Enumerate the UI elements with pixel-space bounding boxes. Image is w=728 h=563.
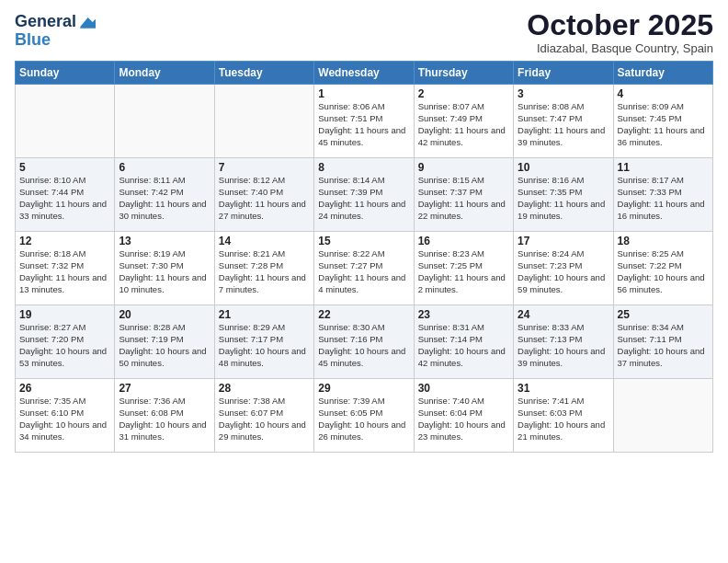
day-info: Sunrise: 8:33 AMSunset: 7:13 PMDaylight:… <box>518 322 609 369</box>
day-number: 19 <box>19 308 110 321</box>
day-number: 15 <box>318 235 409 247</box>
day-info: Sunrise: 8:19 AMSunset: 7:30 PMDaylight:… <box>119 248 210 295</box>
calendar-cell <box>613 379 712 453</box>
svg-marker-0 <box>80 17 96 29</box>
day-info: Sunrise: 8:09 AMSunset: 7:45 PMDaylight:… <box>618 101 709 148</box>
day-info: Sunrise: 8:12 AMSunset: 7:40 PMDaylight:… <box>219 175 310 222</box>
calendar-cell: 1Sunrise: 8:06 AMSunset: 7:51 PMDaylight… <box>314 85 414 158</box>
calendar-cell: 13Sunrise: 8:19 AMSunset: 7:30 PMDayligh… <box>115 232 214 305</box>
day-info: Sunrise: 8:30 AMSunset: 7:16 PMDaylight:… <box>318 322 409 369</box>
calendar-cell: 18Sunrise: 8:25 AMSunset: 7:22 PMDayligh… <box>613 232 712 305</box>
day-info: Sunrise: 8:25 AMSunset: 7:22 PMDaylight:… <box>618 248 709 295</box>
day-info: Sunrise: 7:36 AMSunset: 6:08 PMDaylight:… <box>119 396 210 442</box>
calendar-cell: 5Sunrise: 8:10 AMSunset: 7:44 PMDaylight… <box>16 158 115 232</box>
weekday-header-thursday: Thursday <box>414 62 513 85</box>
weekday-header-wednesday: Wednesday <box>314 62 414 85</box>
weekday-header-row: SundayMondayTuesdayWednesdayThursdayFrid… <box>16 62 713 85</box>
calendar-cell: 2Sunrise: 8:07 AMSunset: 7:49 PMDaylight… <box>414 85 513 158</box>
day-number: 12 <box>19 235 110 247</box>
calendar-cell: 27Sunrise: 7:36 AMSunset: 6:08 PMDayligh… <box>115 379 214 453</box>
day-number: 6 <box>119 161 210 174</box>
calendar-cell <box>16 85 115 158</box>
day-number: 24 <box>518 308 609 321</box>
calendar-cell <box>214 85 313 158</box>
calendar-cell: 12Sunrise: 8:18 AMSunset: 7:32 PMDayligh… <box>16 232 115 305</box>
calendar-cell: 28Sunrise: 7:38 AMSunset: 6:07 PMDayligh… <box>214 379 313 453</box>
calendar-cell: 25Sunrise: 8:34 AMSunset: 7:11 PMDayligh… <box>613 305 712 379</box>
day-info: Sunrise: 8:34 AMSunset: 7:11 PMDaylight:… <box>618 322 709 369</box>
day-info: Sunrise: 8:15 AMSunset: 7:37 PMDaylight:… <box>418 175 509 222</box>
day-info: Sunrise: 8:17 AMSunset: 7:33 PMDaylight:… <box>618 175 709 222</box>
day-number: 4 <box>618 87 709 100</box>
calendar-cell <box>115 85 214 158</box>
calendar-week-2: 5Sunrise: 8:10 AMSunset: 7:44 PMDaylight… <box>16 158 713 232</box>
day-number: 16 <box>418 235 509 247</box>
day-number: 11 <box>618 161 709 174</box>
day-info: Sunrise: 8:24 AMSunset: 7:23 PMDaylight:… <box>518 248 609 295</box>
day-number: 2 <box>418 87 509 100</box>
day-info: Sunrise: 7:41 AMSunset: 6:03 PMDaylight:… <box>518 396 609 442</box>
calendar-cell: 19Sunrise: 8:27 AMSunset: 7:20 PMDayligh… <box>16 305 115 379</box>
day-info: Sunrise: 8:11 AMSunset: 7:42 PMDaylight:… <box>119 175 210 222</box>
day-number: 8 <box>318 161 409 174</box>
day-number: 7 <box>219 161 310 174</box>
day-number: 17 <box>518 235 609 247</box>
calendar-cell: 24Sunrise: 8:33 AMSunset: 7:13 PMDayligh… <box>514 305 613 379</box>
weekday-header-friday: Friday <box>514 62 613 85</box>
day-number: 10 <box>518 161 609 174</box>
calendar-cell: 7Sunrise: 8:12 AMSunset: 7:40 PMDaylight… <box>214 158 313 232</box>
calendar-cell: 30Sunrise: 7:40 AMSunset: 6:04 PMDayligh… <box>414 379 513 453</box>
day-number: 31 <box>518 382 609 395</box>
day-info: Sunrise: 8:16 AMSunset: 7:35 PMDaylight:… <box>518 175 609 222</box>
day-number: 14 <box>219 235 310 247</box>
day-info: Sunrise: 7:35 AMSunset: 6:10 PMDaylight:… <box>19 396 110 442</box>
day-info: Sunrise: 8:22 AMSunset: 7:27 PMDaylight:… <box>318 248 409 295</box>
calendar-cell: 23Sunrise: 8:31 AMSunset: 7:14 PMDayligh… <box>414 305 513 379</box>
weekday-header-tuesday: Tuesday <box>214 62 313 85</box>
day-info: Sunrise: 8:18 AMSunset: 7:32 PMDaylight:… <box>19 248 110 295</box>
calendar-cell: 17Sunrise: 8:24 AMSunset: 7:23 PMDayligh… <box>514 232 613 305</box>
calendar-week-3: 12Sunrise: 8:18 AMSunset: 7:32 PMDayligh… <box>16 232 713 305</box>
calendar-cell: 3Sunrise: 8:08 AMSunset: 7:47 PMDaylight… <box>514 85 613 158</box>
calendar-week-4: 19Sunrise: 8:27 AMSunset: 7:20 PMDayligh… <box>16 305 713 379</box>
day-number: 22 <box>318 308 409 321</box>
logo-text-general: General <box>15 13 76 31</box>
weekday-header-sunday: Sunday <box>16 62 115 85</box>
day-info: Sunrise: 7:39 AMSunset: 6:05 PMDaylight:… <box>318 396 409 442</box>
logo: General Blue <box>15 13 96 50</box>
calendar-table: SundayMondayTuesdayWednesdayThursdayFrid… <box>15 61 713 453</box>
day-info: Sunrise: 8:07 AMSunset: 7:49 PMDaylight:… <box>418 101 509 148</box>
calendar-cell: 21Sunrise: 8:29 AMSunset: 7:17 PMDayligh… <box>214 305 313 379</box>
day-info: Sunrise: 8:23 AMSunset: 7:25 PMDaylight:… <box>418 248 509 295</box>
calendar-cell: 9Sunrise: 8:15 AMSunset: 7:37 PMDaylight… <box>414 158 513 232</box>
calendar-cell: 26Sunrise: 7:35 AMSunset: 6:10 PMDayligh… <box>16 379 115 453</box>
day-number: 29 <box>318 382 409 395</box>
month-title: October 2025 <box>527 9 713 41</box>
logo-icon <box>77 13 96 31</box>
calendar-cell: 14Sunrise: 8:21 AMSunset: 7:28 PMDayligh… <box>214 232 313 305</box>
day-info: Sunrise: 8:31 AMSunset: 7:14 PMDaylight:… <box>418 322 509 369</box>
day-info: Sunrise: 8:29 AMSunset: 7:17 PMDaylight:… <box>219 322 310 369</box>
day-info: Sunrise: 8:27 AMSunset: 7:20 PMDaylight:… <box>19 322 110 369</box>
day-number: 18 <box>618 235 709 247</box>
calendar-week-5: 26Sunrise: 7:35 AMSunset: 6:10 PMDayligh… <box>16 379 713 453</box>
day-info: Sunrise: 7:38 AMSunset: 6:07 PMDaylight:… <box>219 396 310 442</box>
day-number: 21 <box>219 308 310 321</box>
day-info: Sunrise: 8:10 AMSunset: 7:44 PMDaylight:… <box>19 175 110 222</box>
day-number: 13 <box>119 235 210 247</box>
weekday-header-monday: Monday <box>115 62 214 85</box>
day-info: Sunrise: 7:40 AMSunset: 6:04 PMDaylight:… <box>418 396 509 442</box>
calendar-cell: 20Sunrise: 8:28 AMSunset: 7:19 PMDayligh… <box>115 305 214 379</box>
day-number: 23 <box>418 308 509 321</box>
weekday-header-saturday: Saturday <box>613 62 712 85</box>
day-info: Sunrise: 8:06 AMSunset: 7:51 PMDaylight:… <box>318 101 409 148</box>
calendar-cell: 8Sunrise: 8:14 AMSunset: 7:39 PMDaylight… <box>314 158 414 232</box>
location-subtitle: Idiazabal, Basque Country, Spain <box>527 41 713 55</box>
calendar-cell: 22Sunrise: 8:30 AMSunset: 7:16 PMDayligh… <box>314 305 414 379</box>
calendar-cell: 4Sunrise: 8:09 AMSunset: 7:45 PMDaylight… <box>613 85 712 158</box>
day-number: 3 <box>518 87 609 100</box>
calendar-cell: 15Sunrise: 8:22 AMSunset: 7:27 PMDayligh… <box>314 232 414 305</box>
calendar-cell: 6Sunrise: 8:11 AMSunset: 7:42 PMDaylight… <box>115 158 214 232</box>
day-number: 1 <box>318 87 409 100</box>
day-number: 25 <box>618 308 709 321</box>
